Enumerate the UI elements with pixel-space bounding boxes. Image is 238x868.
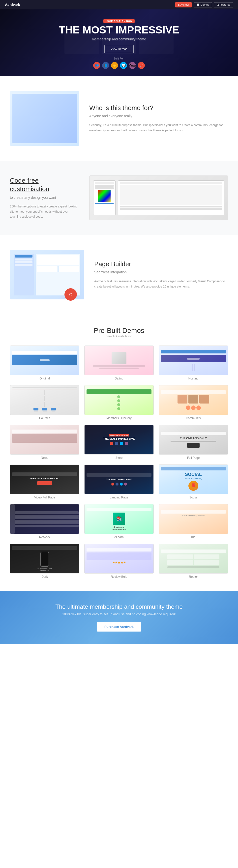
demo-network-main	[14, 511, 79, 527]
demo-elearn-nav	[87, 507, 151, 511]
demo-item-social[interactable]: SOCIAL create a community 🎈 Social	[159, 464, 228, 499]
icon-woo: Woo	[129, 62, 136, 69]
demo-trial-plans	[192, 518, 195, 528]
who-image	[10, 91, 79, 146]
page-builder-section: VC Page Builder Seamless integration Aar…	[0, 235, 238, 314]
hero-cta-button[interactable]: View Demos	[105, 45, 133, 53]
demo-videofull-btn	[37, 481, 52, 485]
demo-label-social: Social	[159, 496, 228, 499]
demo-item-reviewbold[interactable]: ★★★★★ Review Bold	[84, 544, 154, 579]
hero-plugin-icons: 👥 📘 ⚡ 💬 Woo 📌	[93, 62, 145, 69]
demo-network-row5	[15, 525, 79, 527]
demo-store-text: THE MOST IMPRESSIVE	[103, 437, 135, 440]
demo-item-network[interactable]: Network	[10, 504, 79, 539]
demo-item-router[interactable]: Router	[159, 544, 228, 579]
demo-courses-grid	[44, 391, 46, 407]
demo-item-dark[interactable]: Do you need a newLeather Case? Dark	[10, 544, 79, 579]
purchase-aardvark-button[interactable]: Purchase Aardvark	[97, 622, 141, 631]
demo-thumb-hosting	[159, 345, 228, 375]
pb-image-block: VC	[10, 250, 84, 300]
icon-facebook: 📘	[102, 62, 109, 69]
buy-now-button[interactable]: Buy Now	[175, 2, 191, 7]
demo-community-circles	[186, 405, 201, 410]
demo-thumb-landing: THE MOST IMPRESSIVE	[84, 464, 154, 494]
demo-landing-icons	[111, 483, 127, 486]
demo-thumb-dating	[84, 345, 154, 375]
code-title-pre: Code-	[10, 177, 28, 184]
features-button[interactable]: ⊞ Features	[214, 2, 233, 7]
demo-router-cell3	[167, 560, 193, 565]
demo-router-cell2	[194, 554, 219, 559]
demo-item-community[interactable]: Community	[159, 385, 228, 420]
demo-label-dating: Dating	[84, 377, 154, 380]
demo-thumb-content-landing: THE MOST IMPRESSIVE	[85, 465, 153, 494]
demo-members-avatar	[117, 407, 120, 410]
demo-thumb-network	[10, 504, 79, 534]
demo-thumb-content-courses	[10, 385, 79, 415]
demo-label-landing: Landing Page	[84, 496, 154, 499]
demo-thumb-members	[84, 385, 154, 415]
demo-item-trial[interactable]: Theme Membership Features Trial	[159, 504, 228, 539]
visual-composer-badge: VC	[64, 288, 77, 301]
demo-social-nav	[161, 467, 226, 470]
demo-elearn-icon: 📚	[113, 513, 125, 525]
demo-network-row4	[15, 522, 79, 524]
demo-reviewbold-stars: ★★★★★	[112, 561, 126, 564]
demo-item-landing[interactable]: THE MOST IMPRESSIVE Landing Page	[84, 464, 154, 499]
icon-bbpress: 💬	[120, 62, 127, 69]
code-title-post: customisation	[10, 185, 49, 193]
demo-cc-1	[186, 405, 190, 410]
demo-item-members[interactable]: Members Directory	[84, 385, 154, 420]
demo-network-row3	[15, 520, 79, 522]
code-customizer-screenshot	[89, 176, 228, 220]
code-title: Code-free customisation	[10, 177, 79, 193]
demo-label-community: Community	[159, 416, 228, 420]
demo-social-balloon: 🎈	[188, 481, 198, 491]
demo-hosting-header	[161, 350, 226, 353]
demo-label-reviewbold: Review Bold	[84, 575, 154, 579]
demo-item-fullpage[interactable]: THE ONE AND ONLY Full Page	[159, 425, 228, 460]
demo-social-tagline: create a community	[185, 477, 202, 480]
footer-cta-title: The ultimate membership and community th…	[10, 603, 228, 610]
demo-item-elearn[interactable]: 📚 Create youronline courses eLearn	[84, 504, 154, 539]
demos-grid: Original Dating	[10, 345, 228, 579]
demo-dating-line1	[93, 365, 145, 367]
demo-item-dating[interactable]: Dating	[84, 345, 154, 380]
demo-label-router: Router	[159, 575, 228, 579]
demo-label-store: Store	[84, 456, 154, 460]
demos-header: Pre-Built Demos one-click installation	[10, 327, 228, 338]
demo-hosting-plans	[192, 364, 195, 371]
demo-thumb-store: HUGE SALE ON NOW THE MOST IMPRESSIVE	[84, 425, 154, 455]
demo-thumb-content-router	[159, 544, 228, 573]
demo-label-network: Network	[10, 535, 79, 539]
demo-thumb-content-store: HUGE SALE ON NOW THE MOST IMPRESSIVE	[85, 425, 153, 454]
demo-reviewbold-items	[118, 565, 120, 569]
demo-item-hosting[interactable]: Hosting	[159, 345, 228, 380]
demo-item-courses[interactable]: Courses	[10, 385, 79, 420]
who-image-inner	[12, 94, 77, 143]
hero-built-for-label: Built For:	[114, 57, 124, 60]
code-title-highlight: free	[28, 177, 39, 184]
demo-item-news[interactable]: News	[10, 425, 79, 460]
demo-thumb-reviewbold: ★★★★★	[84, 544, 154, 574]
demo-item-store[interactable]: HUGE SALE ON NOW THE MOST IMPRESSIVE Sto…	[84, 425, 154, 460]
demo-router-line	[167, 566, 219, 568]
demo-label-news: News	[10, 456, 79, 460]
demo-item-original[interactable]: Original	[10, 345, 79, 380]
demo-network-sidebar	[10, 504, 14, 534]
hero-title: THE MOST IMPRESSIVE	[59, 24, 179, 36]
demo-dating-img	[112, 352, 126, 364]
brand-logo: Aardvark	[5, 3, 20, 7]
demo-thumb-courses	[10, 385, 79, 415]
demo-thumb-content-original	[10, 346, 79, 375]
demo-thumb-content-members	[85, 385, 153, 415]
demo-router-cell1	[167, 554, 193, 559]
icon-rt: 📌	[138, 62, 145, 69]
demo-router-cell4	[194, 560, 219, 565]
demo-grid	[44, 366, 45, 370]
demo-reviewbold-nav	[87, 548, 151, 552]
demo-item-videofull[interactable]: WELCOME TO AARDVARK Video Full Page	[10, 464, 79, 499]
demos-button[interactable]: 📋 Demos	[194, 2, 212, 7]
demo-dark-nav	[12, 546, 77, 550]
demo-videofull-text: WELCOME TO AARDVARK	[30, 477, 59, 480]
